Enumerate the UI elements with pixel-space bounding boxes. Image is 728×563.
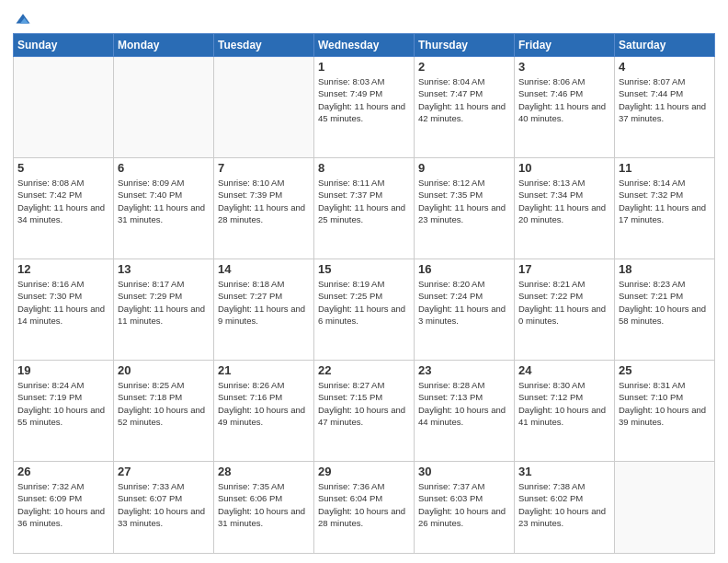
day-number: 15 (318, 262, 410, 276)
day-number: 10 (518, 161, 610, 175)
day-info: Sunrise: 8:20 AMSunset: 7:24 PMDaylight:… (418, 278, 510, 327)
day-number: 17 (518, 262, 610, 276)
day-info: Sunrise: 8:03 AMSunset: 7:49 PMDaylight:… (318, 75, 410, 124)
weekday-header: Saturday (615, 34, 715, 57)
calendar-cell: 11Sunrise: 8:14 AMSunset: 7:32 PMDayligh… (615, 158, 715, 259)
day-info: Sunrise: 8:21 AMSunset: 7:22 PMDaylight:… (518, 278, 610, 327)
day-info: Sunrise: 7:37 AMSunset: 6:03 PMDaylight:… (418, 480, 510, 529)
calendar-cell: 27Sunrise: 7:33 AMSunset: 6:07 PMDayligh… (114, 462, 214, 554)
day-number: 30 (418, 465, 510, 478)
day-number: 18 (619, 262, 711, 276)
calendar-week-row: 19Sunrise: 8:24 AMSunset: 7:19 PMDayligh… (14, 361, 715, 462)
day-info: Sunrise: 8:19 AMSunset: 7:25 PMDaylight:… (318, 278, 410, 327)
calendar-cell: 29Sunrise: 7:36 AMSunset: 6:04 PMDayligh… (314, 462, 415, 554)
calendar-cell: 6Sunrise: 8:09 AMSunset: 7:40 PMDaylight… (114, 158, 214, 259)
calendar-cell: 2Sunrise: 8:04 AMSunset: 7:47 PMDaylight… (415, 57, 515, 158)
calendar-cell: 17Sunrise: 8:21 AMSunset: 7:22 PMDayligh… (515, 259, 615, 361)
calendar-cell: 18Sunrise: 8:23 AMSunset: 7:21 PMDayligh… (615, 259, 715, 361)
day-info: Sunrise: 7:35 AMSunset: 6:06 PMDaylight:… (218, 480, 310, 529)
weekday-header: Thursday (415, 34, 515, 57)
day-info: Sunrise: 8:06 AMSunset: 7:46 PMDaylight:… (518, 75, 610, 124)
weekday-header: Sunday (14, 34, 114, 57)
day-number: 1 (318, 60, 410, 74)
calendar-week-row: 12Sunrise: 8:16 AMSunset: 7:30 PMDayligh… (14, 259, 715, 361)
header (13, 9, 715, 28)
day-number: 13 (118, 262, 210, 276)
day-info: Sunrise: 8:09 AMSunset: 7:40 PMDaylight:… (118, 177, 210, 225)
day-number: 4 (619, 60, 711, 74)
day-info: Sunrise: 8:17 AMSunset: 7:29 PMDaylight:… (118, 278, 210, 327)
day-number: 23 (418, 363, 510, 377)
calendar-cell: 23Sunrise: 8:28 AMSunset: 7:13 PMDayligh… (415, 361, 515, 462)
day-number: 19 (17, 363, 109, 377)
day-info: Sunrise: 8:07 AMSunset: 7:44 PMDaylight:… (619, 75, 711, 124)
logo-icon (15, 11, 31, 28)
day-info: Sunrise: 8:18 AMSunset: 7:27 PMDaylight:… (218, 278, 310, 327)
calendar-cell: 15Sunrise: 8:19 AMSunset: 7:25 PMDayligh… (314, 259, 415, 361)
calendar-header-row: SundayMondayTuesdayWednesdayThursdayFrid… (14, 34, 715, 57)
calendar-cell (214, 57, 314, 158)
day-number: 20 (118, 363, 210, 377)
calendar-cell: 10Sunrise: 8:13 AMSunset: 7:34 PMDayligh… (515, 158, 615, 259)
calendar-cell: 26Sunrise: 7:32 AMSunset: 6:09 PMDayligh… (14, 462, 114, 554)
day-info: Sunrise: 8:30 AMSunset: 7:12 PMDaylight:… (518, 379, 610, 428)
calendar-cell: 30Sunrise: 7:37 AMSunset: 6:03 PMDayligh… (415, 462, 515, 554)
day-number: 29 (318, 465, 410, 478)
day-info: Sunrise: 8:08 AMSunset: 7:42 PMDaylight:… (17, 177, 109, 225)
weekday-header: Tuesday (214, 34, 314, 57)
day-number: 22 (318, 363, 410, 377)
day-info: Sunrise: 7:33 AMSunset: 6:07 PMDaylight:… (118, 480, 210, 529)
day-number: 8 (318, 161, 410, 175)
day-info: Sunrise: 8:11 AMSunset: 7:37 PMDaylight:… (318, 177, 410, 225)
day-info: Sunrise: 8:16 AMSunset: 7:30 PMDaylight:… (17, 278, 109, 327)
day-number: 28 (218, 465, 310, 478)
calendar-week-row: 5Sunrise: 8:08 AMSunset: 7:42 PMDaylight… (14, 158, 715, 259)
calendar-cell: 14Sunrise: 8:18 AMSunset: 7:27 PMDayligh… (214, 259, 314, 361)
page: SundayMondayTuesdayWednesdayThursdayFrid… (0, 0, 728, 563)
day-info: Sunrise: 8:12 AMSunset: 7:35 PMDaylight:… (418, 177, 510, 225)
day-info: Sunrise: 8:26 AMSunset: 7:16 PMDaylight:… (218, 379, 310, 428)
calendar-cell: 31Sunrise: 7:38 AMSunset: 6:02 PMDayligh… (515, 462, 615, 554)
day-info: Sunrise: 8:31 AMSunset: 7:10 PMDaylight:… (619, 379, 711, 428)
day-info: Sunrise: 8:24 AMSunset: 7:19 PMDaylight:… (17, 379, 109, 428)
calendar-cell: 4Sunrise: 8:07 AMSunset: 7:44 PMDaylight… (615, 57, 715, 158)
day-number: 25 (619, 363, 711, 377)
day-number: 7 (218, 161, 310, 175)
day-number: 26 (17, 465, 109, 478)
day-info: Sunrise: 8:25 AMSunset: 7:18 PMDaylight:… (118, 379, 210, 428)
day-info: Sunrise: 8:13 AMSunset: 7:34 PMDaylight:… (518, 177, 610, 225)
day-number: 12 (17, 262, 109, 276)
day-info: Sunrise: 8:10 AMSunset: 7:39 PMDaylight:… (218, 177, 310, 225)
calendar-cell (615, 462, 715, 554)
day-number: 6 (118, 161, 210, 175)
calendar-cell: 21Sunrise: 8:26 AMSunset: 7:16 PMDayligh… (214, 361, 314, 462)
calendar-cell: 28Sunrise: 7:35 AMSunset: 6:06 PMDayligh… (214, 462, 314, 554)
day-number: 14 (218, 262, 310, 276)
weekday-header: Monday (114, 34, 214, 57)
day-info: Sunrise: 7:36 AMSunset: 6:04 PMDaylight:… (318, 480, 410, 529)
calendar-cell: 24Sunrise: 8:30 AMSunset: 7:12 PMDayligh… (515, 361, 615, 462)
day-number: 11 (619, 161, 711, 175)
day-info: Sunrise: 8:23 AMSunset: 7:21 PMDaylight:… (619, 278, 711, 327)
day-info: Sunrise: 7:32 AMSunset: 6:09 PMDaylight:… (17, 480, 109, 529)
day-number: 5 (17, 161, 109, 175)
calendar-cell: 22Sunrise: 8:27 AMSunset: 7:15 PMDayligh… (314, 361, 415, 462)
calendar-cell: 5Sunrise: 8:08 AMSunset: 7:42 PMDaylight… (14, 158, 114, 259)
day-number: 21 (218, 363, 310, 377)
day-number: 31 (518, 465, 610, 478)
calendar-week-row: 1Sunrise: 8:03 AMSunset: 7:49 PMDaylight… (14, 57, 715, 158)
calendar-cell: 9Sunrise: 8:12 AMSunset: 7:35 PMDaylight… (415, 158, 515, 259)
calendar-cell: 19Sunrise: 8:24 AMSunset: 7:19 PMDayligh… (14, 361, 114, 462)
day-number: 9 (418, 161, 510, 175)
day-number: 3 (518, 60, 610, 74)
calendar-cell: 1Sunrise: 8:03 AMSunset: 7:49 PMDaylight… (314, 57, 415, 158)
calendar-cell: 3Sunrise: 8:06 AMSunset: 7:46 PMDaylight… (515, 57, 615, 158)
day-info: Sunrise: 7:38 AMSunset: 6:02 PMDaylight:… (518, 480, 610, 529)
calendar-week-row: 26Sunrise: 7:32 AMSunset: 6:09 PMDayligh… (14, 462, 715, 554)
day-info: Sunrise: 8:28 AMSunset: 7:13 PMDaylight:… (418, 379, 510, 428)
day-info: Sunrise: 8:14 AMSunset: 7:32 PMDaylight:… (619, 177, 711, 225)
logo (13, 13, 31, 28)
day-info: Sunrise: 8:04 AMSunset: 7:47 PMDaylight:… (418, 75, 510, 124)
calendar-cell: 13Sunrise: 8:17 AMSunset: 7:29 PMDayligh… (114, 259, 214, 361)
day-info: Sunrise: 8:27 AMSunset: 7:15 PMDaylight:… (318, 379, 410, 428)
